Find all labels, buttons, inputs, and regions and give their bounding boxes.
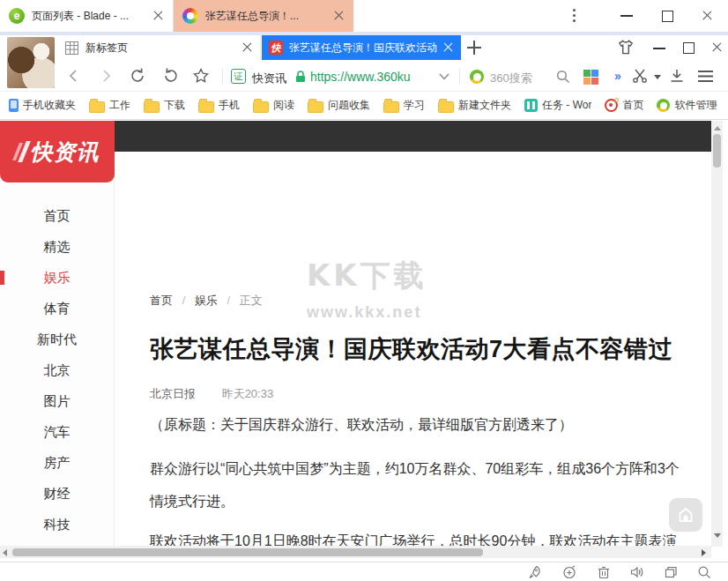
back-to-top-home-button[interactable] <box>669 498 702 532</box>
sidebar-item-cars[interactable]: 汽车 <box>0 416 114 447</box>
sound-icon[interactable] <box>628 564 644 580</box>
theme-shirt-icon[interactable] <box>616 39 635 56</box>
bookmark-tasks[interactable]: 任务 - Wor <box>524 98 591 113</box>
bookmark-folder[interactable]: 下载 <box>144 98 185 113</box>
favorite-star-icon[interactable] <box>192 67 210 85</box>
breadcrumb-current: 正文 <box>240 294 263 307</box>
folder-icon <box>438 101 454 113</box>
scroll-up-icon[interactable] <box>714 126 721 130</box>
toolbar-overflow-icon[interactable]: » <box>614 69 621 83</box>
tab-new-tab-page[interactable]: 新标签页 <box>58 35 261 60</box>
bookmark-folder[interactable]: 手机 <box>198 98 240 113</box>
new-tab-button[interactable] <box>467 41 481 55</box>
browser-e-logo-icon: e <box>9 8 25 24</box>
os-tab-article[interactable]: 张艺谋任总导演！... <box>174 0 353 32</box>
windows-restore-icon[interactable] <box>663 564 679 580</box>
search-input[interactable]: 360搜索 <box>490 71 532 86</box>
webpage: 快资讯 首页 精选 娱乐 体育 新时代 北京 图片 汽车 房产 财经 科技 KK… <box>0 120 728 562</box>
menu-icon[interactable] <box>698 71 713 82</box>
horizontal-scrollbar-thumb[interactable] <box>12 548 483 556</box>
search-icon[interactable] <box>555 69 571 85</box>
article-paragraph: （原标题：关于国庆群众游行、联欢活动，最详细版官方剧透来了） <box>150 416 573 435</box>
watermark: KK下载 www.kkx.net <box>307 256 427 322</box>
apps-grid-icon[interactable] <box>583 70 598 85</box>
folder-icon <box>383 101 399 113</box>
address-url[interactable]: https://www.360ku <box>310 70 432 84</box>
browser-tabstrip: 新标签页 快 张艺谋任总导演！国庆联欢活动 <box>0 35 728 60</box>
article-paragraph: 情境式行进。 <box>150 493 234 511</box>
site-name[interactable]: 快资讯 <box>252 71 286 86</box>
scroll-right-icon[interactable] <box>702 549 706 556</box>
page-header-bar <box>115 121 711 152</box>
360-icon <box>657 99 670 112</box>
bookmark-home[interactable]: 首页 <box>605 98 643 113</box>
download-icon[interactable] <box>668 67 686 85</box>
speed-rocket-icon[interactable] <box>527 564 543 580</box>
article-source: 北京日报 <box>150 387 196 400</box>
sidebar-item-entertainment[interactable]: 娱乐 <box>0 262 114 293</box>
certificate-badge[interactable]: 证 <box>231 69 246 84</box>
sidebar-item-realestate[interactable]: 房产 <box>0 447 114 478</box>
close-icon[interactable] <box>443 42 454 53</box>
tab-article-active[interactable]: 快 张艺谋任总导演！国庆联欢活动 <box>262 35 461 60</box>
sidebar-item-new-era[interactable]: 新时代 <box>0 324 114 354</box>
close-icon[interactable] <box>153 11 164 21</box>
horizontal-scrollbar[interactable] <box>0 546 711 558</box>
minimize-button[interactable] <box>653 48 665 49</box>
bookmarks-bar: 手机收藏夹 工作 下载 手机 阅读 问题收集 学习 新建文件夹 任务 - Wor… <box>0 92 728 120</box>
maximize-button[interactable] <box>647 0 687 32</box>
bookmark-software-manager[interactable]: 软件管理 <box>657 98 717 113</box>
refresh-icon[interactable] <box>129 67 146 85</box>
forward-icon[interactable] <box>97 67 115 85</box>
site-logo[interactable]: 快资讯 <box>0 121 115 182</box>
chevron-down-icon[interactable] <box>438 72 450 81</box>
bookmark-folder[interactable]: 工作 <box>89 98 130 113</box>
os-tab-title: 张艺谋任总导演！... <box>205 9 325 24</box>
360-search-logo-icon <box>470 70 484 84</box>
site-sidebar: 快资讯 首页 精选 娱乐 体育 新时代 北京 图片 汽车 房产 财经 科技 <box>0 121 115 546</box>
vertical-scrollbar[interactable] <box>711 121 723 547</box>
undo-icon[interactable] <box>162 67 180 85</box>
sidebar-item-pictures[interactable]: 图片 <box>0 385 114 416</box>
caret-down-icon[interactable] <box>654 75 661 79</box>
bookmark-folder[interactable]: 新建文件夹 <box>438 98 511 113</box>
close-button[interactable] <box>687 0 728 32</box>
back-icon[interactable] <box>65 67 83 85</box>
bookmark-folder[interactable]: 问题收集 <box>308 98 370 113</box>
maximize-button[interactable] <box>683 42 695 54</box>
sidebar-item-home[interactable]: 首页 <box>0 200 114 231</box>
article-title: 张艺谋任总导演！国庆联欢活动7大看点不容错过 <box>150 333 672 365</box>
close-button[interactable] <box>712 42 723 53</box>
screenshot-scissors-icon[interactable] <box>631 67 649 85</box>
scroll-down-icon[interactable] <box>714 533 721 538</box>
window-controls <box>573 0 728 32</box>
trash-icon[interactable] <box>596 564 612 580</box>
os-tab-page-list[interactable]: e 页面列表 - Blade - ... <box>0 0 174 32</box>
divider <box>222 69 223 85</box>
sidebar-item-featured[interactable]: 精选 <box>0 231 114 262</box>
find-icon[interactable] <box>696 564 712 580</box>
sidebar-item-beijing[interactable]: 北京 <box>0 354 114 385</box>
sidebar-item-tech[interactable]: 科技 <box>0 509 114 540</box>
os-window: e 页面列表 - Blade - ... 张艺谋任总导演！... 新标签页 快 … <box>0 0 728 581</box>
status-bar <box>0 562 728 581</box>
bookmark-folder[interactable]: 阅读 <box>253 98 294 113</box>
flash-save-icon[interactable] <box>561 564 577 580</box>
user-avatar[interactable] <box>7 37 55 88</box>
breadcrumb-home[interactable]: 首页 <box>150 294 173 307</box>
vertical-scrollbar-thumb[interactable] <box>713 134 721 168</box>
breadcrumb-entertainment[interactable]: 娱乐 <box>195 294 218 307</box>
scroll-left-icon[interactable] <box>3 549 7 556</box>
close-icon[interactable] <box>334 11 345 21</box>
breadcrumb: 首页 / 娱乐 / 正文 <box>150 293 263 309</box>
article-time: 昨天20:33 <box>222 387 274 400</box>
bookmark-mobile-favorites[interactable]: 手机收藏夹 <box>9 98 76 113</box>
close-icon[interactable] <box>242 42 253 53</box>
sidebar-item-sports[interactable]: 体育 <box>0 293 114 324</box>
more-menu-icon[interactable] <box>573 9 576 23</box>
bookmark-folder[interactable]: 学习 <box>383 98 425 113</box>
bookmarks-overflow-icon[interactable]: » <box>710 97 717 111</box>
minimize-button[interactable] <box>606 0 647 32</box>
sidebar-item-finance[interactable]: 财经 <box>0 478 114 509</box>
folder-icon <box>89 101 105 113</box>
